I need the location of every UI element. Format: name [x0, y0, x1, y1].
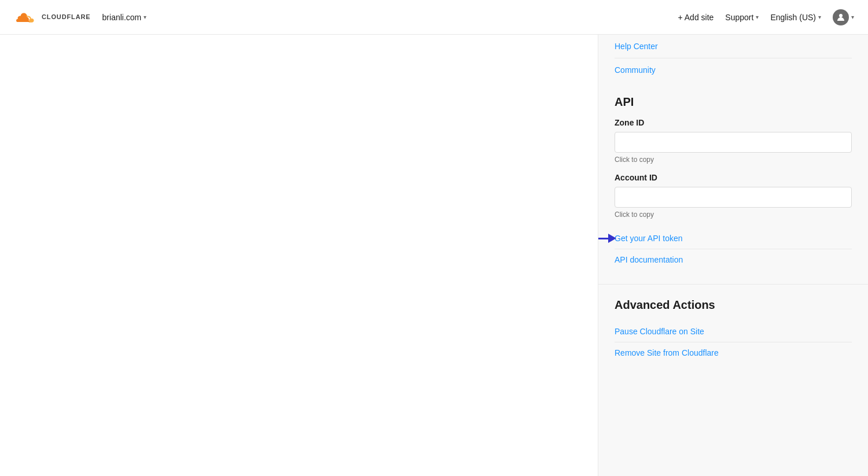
community-link[interactable]: Community — [615, 58, 852, 82]
arrow-head-icon — [608, 234, 616, 243]
main-header: CLOUDFLARE brianli.com ▾ + Add site Supp… — [0, 0, 868, 35]
logo-area[interactable]: CLOUDFLARE — [14, 9, 91, 25]
site-selector-chevron-icon: ▾ — [144, 14, 146, 20]
site-name: brianli.com — [102, 13, 142, 22]
advanced-actions-title: Advanced Actions — [615, 298, 852, 312]
get-api-token-label: Get your API token — [615, 234, 683, 243]
zone-click-to-copy: Click to copy — [615, 156, 852, 164]
language-chevron-icon: ▾ — [818, 14, 821, 20]
account-id-label: Account ID — [615, 173, 852, 182]
arrow-line — [598, 238, 609, 239]
zone-id-input[interactable] — [615, 132, 852, 153]
pause-cloudflare-link[interactable]: Pause Cloudflare on Site — [615, 321, 852, 342]
arrow-annotation — [598, 234, 616, 243]
remove-site-link[interactable]: Remove Site from Cloudflare — [615, 342, 852, 363]
support-label: Support — [725, 13, 753, 22]
language-label: English (US) — [770, 13, 816, 22]
advanced-actions-section: Advanced Actions Pause Cloudflare on Sit… — [598, 285, 868, 377]
svg-point-0 — [839, 14, 843, 17]
api-links-container: Get your API token API documentation — [615, 228, 852, 270]
right-panel: Help Center Community API Zone ID Click … — [598, 35, 868, 476]
header-right: + Add site Support ▾ English (US) ▾ ▾ — [678, 9, 854, 25]
account-click-to-copy: Click to copy — [615, 211, 852, 219]
support-chevron-icon: ▾ — [756, 14, 759, 20]
user-avatar-icon — [833, 9, 849, 25]
help-links-section: Help Center Community — [598, 35, 868, 82]
api-documentation-link[interactable]: API documentation — [615, 249, 852, 270]
add-site-button[interactable]: + Add site — [678, 13, 713, 22]
support-button[interactable]: Support ▾ — [725, 13, 759, 22]
api-section: API Zone ID Click to copy Account ID Cli… — [598, 82, 868, 285]
header-left: CLOUDFLARE brianli.com ▾ — [14, 9, 151, 25]
account-id-input[interactable] — [615, 187, 852, 208]
cloudflare-logo-text: CLOUDFLARE — [42, 13, 91, 20]
language-button[interactable]: English (US) ▾ — [770, 13, 821, 22]
site-selector[interactable]: brianli.com ▾ — [98, 10, 152, 24]
main-container: Help Center Community API Zone ID Click … — [0, 35, 868, 476]
user-chevron-icon: ▾ — [851, 14, 854, 20]
get-api-token-link[interactable]: Get your API token — [615, 228, 852, 249]
cloudflare-logo-icon — [14, 9, 37, 25]
zone-id-label: Zone ID — [615, 118, 852, 127]
left-content-area — [0, 35, 598, 476]
api-section-title: API — [615, 95, 852, 109]
user-menu-button[interactable]: ▾ — [833, 9, 854, 25]
help-center-link[interactable]: Help Center — [615, 35, 852, 58]
